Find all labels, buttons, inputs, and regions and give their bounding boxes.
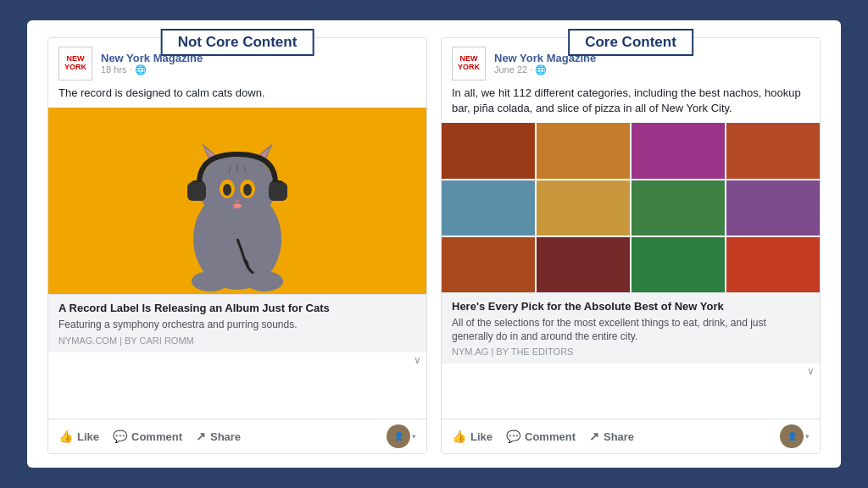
- right-avatar: NEWYORK: [452, 47, 486, 80]
- right-comment-icon: 💬: [506, 430, 520, 443]
- left-scroll-indicator: ∨: [48, 352, 426, 368]
- svg-rect-14: [187, 182, 206, 201]
- photo-cell-11: [726, 237, 820, 292]
- left-share-button[interactable]: ↗ Share: [196, 430, 241, 443]
- photo-cell-5: [537, 180, 630, 236]
- right-post-text: In all, we hit 112 different categories,…: [442, 86, 820, 123]
- right-link-title: Here's Every Pick for the Absolute Best …: [452, 300, 810, 314]
- left-link-desc: Featuring a symphony orchestra and purri…: [58, 319, 416, 332]
- svg-point-19: [192, 271, 229, 291]
- right-avatar-dropdown[interactable]: ▾: [805, 432, 810, 441]
- left-link-title: A Record Label Is Releasing an Album Jus…: [58, 302, 416, 316]
- right-comment-label: Comment: [525, 430, 576, 443]
- right-share-label: Share: [604, 430, 634, 443]
- right-scroll-indicator: ∨: [442, 363, 820, 379]
- photo-cell-10: [632, 237, 725, 292]
- right-like-label: Like: [470, 430, 492, 443]
- svg-point-9: [243, 184, 252, 196]
- right-link-preview: Here's Every Pick for the Absolute Best …: [442, 292, 820, 363]
- right-comment-button[interactable]: 💬 Comment: [506, 430, 576, 443]
- left-post-text: The record is designed to calm cats down…: [48, 86, 426, 108]
- left-comment-icon: 💬: [113, 430, 127, 443]
- left-fb-card: NEWYORK New York Magazine 18 hrs · 🌐 The…: [47, 37, 427, 454]
- right-post-meta: June 22 · 🌐: [494, 64, 596, 75]
- photo-cell-0: [442, 123, 535, 178]
- left-avatar: NEWYORK: [58, 47, 92, 80]
- left-avatar-dropdown[interactable]: ▾: [412, 432, 416, 441]
- photo-cell-4: [442, 180, 535, 236]
- right-action-bar: 👍 Like 💬 Comment ↗ Share 👤 ▾: [442, 419, 820, 453]
- photo-cell-3: [726, 123, 820, 178]
- right-like-button[interactable]: 👍 Like: [452, 430, 492, 443]
- right-fb-card: NEWYORK New York Magazine June 22 · 🌐 In…: [441, 37, 821, 454]
- right-link-desc: All of the selections for the most excel…: [452, 317, 810, 343]
- left-post-image: [48, 108, 426, 294]
- right-link-source: NYM.AG | BY THE EDITORS: [452, 347, 810, 357]
- left-comment-button[interactable]: 💬 Comment: [113, 430, 182, 443]
- left-user-avatar: 👤: [387, 424, 410, 448]
- left-post-meta: 18 hrs · 🌐: [101, 64, 203, 75]
- photo-cell-8: [442, 237, 535, 292]
- core-label: Core Content: [568, 29, 693, 56]
- svg-point-8: [223, 184, 231, 196]
- left-like-button[interactable]: 👍 Like: [58, 430, 99, 443]
- left-comment-label: Comment: [131, 430, 182, 443]
- photo-cell-2: [632, 123, 725, 178]
- left-like-label: Like: [77, 430, 99, 443]
- right-share-icon: ↗: [589, 430, 599, 443]
- right-like-icon: 👍: [452, 430, 466, 443]
- not-core-label: Not Core Content: [161, 29, 314, 56]
- left-share-icon: ↗: [196, 430, 206, 443]
- cat-illustration: [119, 108, 356, 294]
- right-share-button[interactable]: ↗ Share: [589, 430, 634, 443]
- svg-point-20: [246, 271, 283, 291]
- photo-cell-7: [726, 180, 820, 236]
- svg-rect-15: [269, 182, 287, 201]
- photo-cell-6: [632, 180, 725, 236]
- main-container: Not Core Content NEWYORK New York Magazi…: [27, 20, 841, 468]
- left-like-icon: 👍: [58, 430, 73, 443]
- left-link-preview: A Record Label Is Releasing an Album Jus…: [48, 294, 426, 352]
- left-action-bar: 👍 Like 💬 Comment ↗ Share 👤 ▾: [48, 419, 426, 453]
- right-user-avatar: 👤: [780, 424, 804, 448]
- photo-cell-1: [537, 123, 630, 178]
- left-share-label: Share: [210, 430, 241, 443]
- left-section: Not Core Content NEWYORK New York Magazi…: [47, 37, 427, 454]
- left-link-source: NYMAG.COM | BY CARI ROMM: [58, 336, 416, 346]
- right-section: Core Content NEWYORK New York Magazine J…: [441, 37, 821, 454]
- svg-point-11: [233, 203, 242, 208]
- right-post-image-grid: [442, 123, 820, 292]
- photo-cell-9: [537, 237, 630, 292]
